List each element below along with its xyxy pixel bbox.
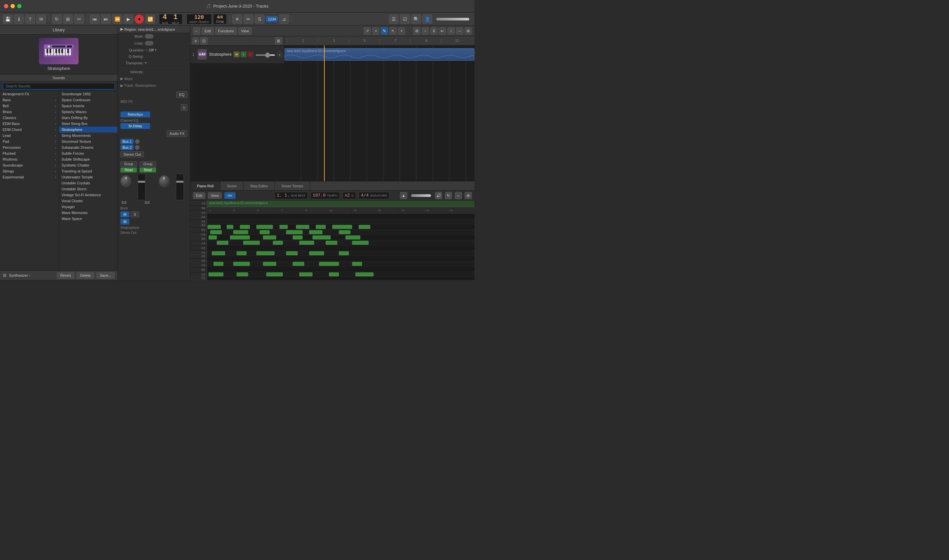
note-block[interactable]	[309, 230, 322, 234]
note-block[interactable]	[293, 235, 303, 240]
piano-key[interactable]: A2	[190, 273, 206, 276]
piano-key[interactable]: G4	[190, 215, 206, 219]
note-block[interactable]	[217, 241, 228, 245]
note-block[interactable]	[313, 235, 331, 240]
back-btn[interactable]: ⏪	[112, 14, 122, 24]
sound-item-left[interactable]: Bell›	[0, 103, 59, 109]
note-block[interactable]	[309, 251, 324, 255]
note-block[interactable]	[326, 241, 337, 245]
volume-slider[interactable]	[436, 18, 469, 20]
save-toolbar-btn[interactable]: 💾	[3, 14, 12, 24]
note-block[interactable]	[319, 262, 339, 266]
tool-2[interactable]: ⌗	[372, 28, 379, 35]
grid-btn[interactable]: ⊿	[279, 14, 289, 24]
sound-item-right[interactable]: Stars Drifting By	[59, 115, 118, 121]
piano-key[interactable]: C2	[190, 276, 206, 280]
sound-item-right[interactable]: Subaquatic Dreams	[59, 145, 118, 151]
sound-item-left[interactable]: Strings›	[0, 168, 59, 174]
st-delay-button[interactable]: St-Delay	[120, 123, 150, 129]
save-button[interactable]: Save...	[96, 272, 115, 279]
piano-key[interactable]: A3	[190, 242, 206, 245]
sound-item-left[interactable]: EDM Chord›	[0, 127, 59, 132]
fader-2-track[interactable]	[176, 174, 184, 200]
eq-button[interactable]: EQ	[176, 91, 188, 98]
piano-key[interactable]: E3	[190, 255, 206, 258]
note-block[interactable]	[339, 230, 350, 234]
piano-key[interactable]: C4	[190, 233, 206, 237]
bus1-circle[interactable]	[135, 139, 140, 144]
sound-item-right[interactable]: Space Continuum	[59, 97, 118, 103]
note-block[interactable]	[237, 272, 248, 276]
group-btn-1[interactable]: Group	[120, 161, 137, 167]
stretch-pr-icon[interactable]: ↔	[455, 192, 462, 199]
sound-item-right[interactable]: Traveling at Speed	[59, 168, 118, 174]
note-block[interactable]	[359, 225, 370, 229]
pr-slider[interactable]	[411, 194, 431, 197]
sound-item-left[interactable]: Rhythmic›	[0, 156, 59, 162]
stretch-icon[interactable]: ↔	[456, 28, 463, 35]
bus2-circle[interactable]	[135, 145, 140, 150]
sound-item-right[interactable]: Splashy Waves	[59, 109, 118, 115]
sound-item-right[interactable]: Soundscape 1992	[59, 91, 118, 97]
piano-key[interactable]: F3	[190, 251, 206, 255]
note-block[interactable]	[243, 241, 260, 245]
note-block[interactable]	[279, 225, 288, 229]
maximize-button[interactable]	[17, 4, 22, 8]
volume-icon[interactable]: 🔊	[435, 192, 442, 199]
sound-item-right[interactable]: Steel String Box	[59, 121, 118, 127]
note-block[interactable]	[230, 235, 250, 240]
pr-pencil-btn[interactable]: >I<	[224, 192, 236, 199]
note-block[interactable]	[233, 262, 250, 266]
sound-item-right[interactable]: Synthetic Chatter	[59, 162, 118, 168]
loop-btn[interactable]: 🔁	[145, 14, 155, 24]
sound-item-left[interactable]: Arrangement FX	[0, 91, 59, 97]
expand-icon[interactable]: ⇤	[439, 28, 446, 35]
sound-item-right[interactable]: Strummed Texture	[59, 138, 118, 145]
piano-key[interactable]: B4	[190, 206, 206, 210]
note-block[interactable]	[299, 241, 314, 245]
piano-key[interactable]: C3	[190, 263, 206, 267]
pr-view-btn[interactable]: View	[208, 192, 222, 199]
sound-item-left[interactable]: Plucked›	[0, 151, 59, 156]
bus1-button[interactable]: Bus 1	[120, 139, 134, 144]
sound-item-left[interactable]: Pad›	[0, 138, 59, 145]
audio-fx-button[interactable]: Audio FX	[166, 130, 188, 137]
note-block[interactable]	[263, 262, 276, 266]
cycle-pr-icon[interactable]: ↻	[445, 192, 452, 199]
list-btn[interactable]: ☰	[389, 14, 399, 24]
note-block[interactable]	[355, 272, 374, 276]
mute-btn[interactable]: M	[234, 51, 240, 57]
mix-m2-btn[interactable]: M	[120, 218, 129, 225]
pr-tab-piano-roll[interactable]: Piano Roll	[190, 182, 220, 190]
delete-button[interactable]: Delete	[77, 272, 94, 279]
bus2-button[interactable]: Bus 2	[120, 145, 134, 150]
signature-display[interactable]: 4/4 Cmaj	[213, 14, 227, 25]
note-block[interactable]	[329, 272, 339, 276]
note-block[interactable]	[227, 225, 233, 229]
tempo-display[interactable]: 120 KEEP TEMPO	[186, 14, 211, 25]
sound-item-right[interactable]: Subtle Shiftscape	[59, 156, 118, 162]
pointer-tool[interactable]: ↖	[389, 28, 397, 35]
screen-btn[interactable]: ⊡	[200, 37, 208, 45]
piano-key[interactable]: E4	[190, 224, 206, 227]
zoom-icon[interactable]: ↕	[447, 28, 455, 35]
mute-toggle[interactable]	[145, 34, 153, 38]
play-btn[interactable]: ▶	[123, 14, 133, 24]
minimize-button[interactable]	[11, 4, 15, 8]
sound-item-left[interactable]: Percussion›	[0, 145, 59, 151]
volume-knob[interactable]: ●	[277, 51, 282, 58]
pr-tab-score[interactable]: Score	[220, 182, 243, 190]
note-block[interactable]	[237, 251, 246, 255]
revert-button[interactable]: Revert	[57, 272, 75, 279]
sound-item-left[interactable]: Lead›	[0, 132, 59, 138]
sound-item-left[interactable]: EDM Bass›	[0, 121, 59, 127]
pencil-tool[interactable]: ✎	[381, 28, 388, 35]
add-track-btn[interactable]: +	[193, 38, 199, 44]
loop-toggle[interactable]	[145, 41, 153, 46]
note-block[interactable]	[260, 230, 270, 234]
search-input[interactable]	[3, 83, 115, 89]
sound-item-left[interactable]: Soundscape›	[0, 162, 59, 168]
scissors-btn[interactable]: ✂	[74, 14, 84, 24]
note-block[interactable]	[339, 251, 349, 255]
retrosyn-button[interactable]: RetroSyn	[120, 111, 150, 117]
